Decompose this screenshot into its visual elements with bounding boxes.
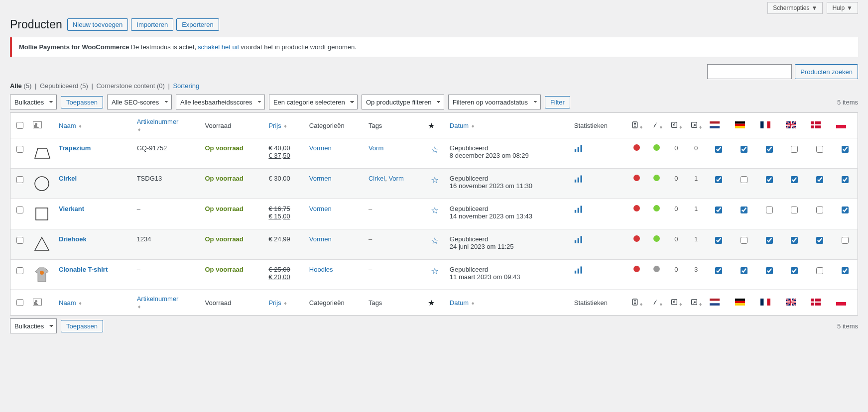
category-filter[interactable]: Een categorie selecteren: [269, 95, 358, 109]
translation-checkbox-fr[interactable]: [766, 146, 773, 153]
translation-checkbox-nl[interactable]: [715, 237, 722, 244]
product-name-link[interactable]: Clonable T-shirt: [59, 266, 108, 273]
readability-filter[interactable]: Alle leesbaarheidsscores: [176, 95, 265, 109]
product-search-input[interactable]: [707, 64, 792, 79]
product-search-button[interactable]: Producten zoeken: [795, 64, 858, 79]
translation-checkbox-nl[interactable]: [715, 146, 722, 153]
seo-score-filter[interactable]: Alle SEO-scores: [107, 95, 172, 109]
translation-checkbox-fr[interactable]: [766, 176, 773, 183]
bulk-actions-select-bottom[interactable]: Bulkacties: [10, 318, 57, 333]
stock-status-filter[interactable]: Filteren op voorraadstatus: [448, 95, 541, 109]
select-all-checkbox[interactable]: [16, 122, 23, 129]
translation-checkbox-dk[interactable]: [816, 237, 823, 244]
column-sku-sort[interactable]: Artikelnummer♦: [137, 295, 179, 310]
featured-toggle[interactable]: ☆: [431, 266, 439, 276]
product-price: € 24,99: [268, 235, 290, 243]
translation-checkbox-pl[interactable]: [842, 237, 849, 244]
column-price-sort[interactable]: Prijs ♦: [268, 122, 287, 129]
product-name-link[interactable]: Trapezium: [59, 144, 91, 152]
featured-toggle[interactable]: ☆: [431, 175, 439, 185]
column-name-sort[interactable]: Naam ♦: [59, 299, 82, 307]
product-thumbnail[interactable]: [33, 235, 51, 253]
translation-checkbox-pl[interactable]: [842, 267, 849, 274]
featured-toggle[interactable]: ☆: [431, 236, 439, 246]
translation-checkbox-de[interactable]: [741, 176, 747, 183]
stats-icon[interactable]: [574, 238, 584, 246]
view-published-link[interactable]: Gepubliceerd (5): [40, 82, 88, 90]
translation-checkbox-fr[interactable]: [766, 206, 773, 213]
select-all-checkbox[interactable]: [16, 299, 23, 306]
svg-rect-51: [735, 301, 745, 303]
product-stock-status: Op voorraad: [205, 175, 243, 182]
translation-checkbox-pl[interactable]: [842, 146, 849, 153]
disable-testmode-link[interactable]: schakel het uit: [198, 43, 239, 51]
translation-checkbox-fr[interactable]: [766, 267, 773, 274]
product-tag-link[interactable]: Vorm: [369, 144, 383, 152]
add-new-button[interactable]: Nieuw toevoegen: [67, 18, 128, 31]
translation-checkbox-gb[interactable]: [791, 267, 798, 274]
product-thumbnail[interactable]: [33, 175, 51, 193]
translation-checkbox-pl[interactable]: [842, 206, 849, 213]
product-thumbnail[interactable]: [33, 144, 51, 162]
column-price-sort[interactable]: Prijs ♦: [268, 299, 287, 307]
product-name-link[interactable]: Cirkel: [59, 175, 77, 182]
translation-checkbox-gb[interactable]: [791, 206, 798, 213]
product-category-link[interactable]: Vormen: [309, 175, 332, 182]
filter-button[interactable]: Filter: [545, 96, 570, 108]
product-type-filter[interactable]: Op producttype filteren: [362, 95, 444, 109]
product-tag-link[interactable]: Vorm: [388, 175, 403, 182]
translation-checkbox-de[interactable]: [741, 267, 747, 274]
translation-checkbox-gb[interactable]: [791, 176, 798, 183]
translation-checkbox-de[interactable]: [741, 237, 747, 244]
translation-checkbox-dk[interactable]: [816, 176, 823, 183]
product-name-link[interactable]: Driehoek: [59, 235, 87, 243]
flag-fr-header: [756, 290, 782, 315]
translation-checkbox-gb[interactable]: [791, 146, 798, 153]
featured-toggle[interactable]: ☆: [431, 206, 439, 215]
select-row-checkbox[interactable]: [16, 267, 23, 274]
translation-checkbox-pl[interactable]: [842, 176, 849, 183]
product-category-link[interactable]: Hoodies: [309, 266, 333, 273]
product-category-link[interactable]: Vormen: [309, 235, 332, 243]
flag-gb-header: [782, 290, 807, 315]
translation-checkbox-de[interactable]: [741, 146, 747, 153]
view-sorting-link[interactable]: Sortering: [173, 82, 199, 90]
flag-de-header: [731, 113, 756, 138]
bulk-apply-button[interactable]: Toepassen: [61, 96, 103, 108]
product-thumbnail[interactable]: [33, 266, 51, 284]
column-name-sort[interactable]: Naam ♦: [59, 122, 82, 129]
stats-icon[interactable]: [574, 178, 584, 185]
column-date-sort[interactable]: Datum ♦: [450, 299, 475, 307]
help-button[interactable]: Hulp ▼: [827, 2, 858, 14]
import-button[interactable]: Importeren: [131, 18, 173, 31]
stats-icon[interactable]: [574, 269, 584, 276]
stats-icon[interactable]: [574, 208, 584, 215]
translation-checkbox-dk[interactable]: [816, 267, 823, 274]
translation-checkbox-dk[interactable]: [816, 146, 823, 153]
select-row-checkbox[interactable]: [16, 176, 23, 183]
export-button[interactable]: Exporteren: [176, 18, 219, 31]
product-name-link[interactable]: Vierkant: [59, 205, 84, 212]
screen-options-button[interactable]: Schermopties ▼: [767, 2, 823, 14]
featured-toggle[interactable]: ☆: [431, 145, 439, 155]
translation-checkbox-nl[interactable]: [715, 206, 722, 213]
product-category-link[interactable]: Vormen: [309, 144, 332, 152]
bulk-apply-button-bottom[interactable]: Toepassen: [61, 320, 103, 332]
select-row-checkbox[interactable]: [16, 146, 23, 153]
column-sku-sort[interactable]: Artikelnummer♦: [137, 118, 179, 133]
translation-checkbox-nl[interactable]: [715, 176, 722, 183]
product-tag-link[interactable]: Cirkel: [369, 175, 385, 182]
translation-checkbox-de[interactable]: [741, 206, 747, 213]
product-category-link[interactable]: Vormen: [309, 205, 332, 212]
stats-icon[interactable]: [574, 147, 584, 155]
translation-checkbox-gb[interactable]: [791, 237, 798, 244]
view-cornerstone-link[interactable]: Cornerstone content: [96, 82, 155, 90]
translation-checkbox-nl[interactable]: [715, 267, 722, 274]
select-row-checkbox[interactable]: [16, 206, 23, 213]
bulk-actions-select[interactable]: Bulkacties: [10, 95, 57, 109]
product-thumbnail[interactable]: [33, 205, 51, 223]
translation-checkbox-fr[interactable]: [766, 237, 773, 244]
select-row-checkbox[interactable]: [16, 237, 23, 244]
column-date-sort[interactable]: Datum ♦: [450, 122, 475, 129]
translation-checkbox-dk[interactable]: [816, 206, 823, 213]
